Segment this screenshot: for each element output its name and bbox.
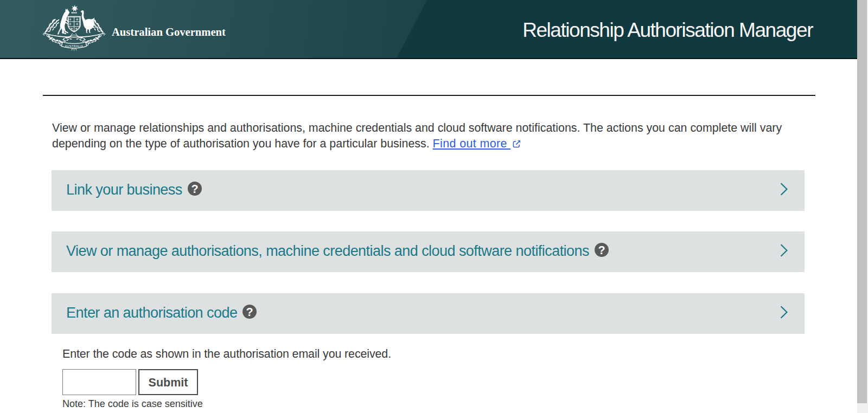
svg-text:?: ?: [598, 244, 605, 257]
svg-text:?: ?: [191, 183, 198, 196]
svg-text:?: ?: [246, 306, 253, 319]
svg-text:AUSTRALIA: AUSTRALIA: [65, 44, 83, 48]
